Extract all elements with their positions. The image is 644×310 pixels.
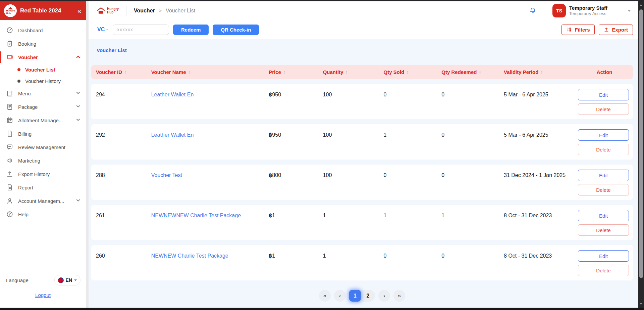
sidebar-item-label: Booking (18, 41, 36, 47)
sidebar-subitem-voucher-history[interactable]: Voucher History (0, 75, 86, 87)
sidebar-item-billing[interactable]: Billing (0, 127, 86, 140)
chevron-down-icon (76, 118, 80, 123)
sidebar-item-export-history[interactable]: Export History (0, 167, 86, 181)
sidebar-item-review-management[interactable]: Review Management (0, 140, 86, 154)
delete-button[interactable]: Delete (578, 265, 629, 276)
sidebar-item-menu[interactable]: Menu (0, 87, 86, 100)
cell-action: EditDelete (576, 89, 633, 115)
marketing-icon (6, 157, 13, 164)
column-header-validity-period[interactable]: Validity Period▲▼ (499, 69, 576, 75)
sidebar-item-allotment-manage[interactable]: Allotment Manage... (0, 114, 86, 127)
cell-name[interactable]: Leather Wallet En (147, 129, 264, 139)
edit-button[interactable]: Edit (578, 129, 629, 141)
sort-arrows-icon: ▲▼ (540, 71, 543, 74)
column-label: Voucher ID (96, 69, 122, 75)
toolbar-right: Filters Export (561, 25, 633, 35)
language-selector[interactable]: EN (54, 275, 80, 285)
app-root: HungryHub Red Table 2024 « DashboardBook… (0, 1, 638, 308)
first-page-button[interactable]: « (319, 290, 331, 302)
column-label: Price (269, 69, 281, 75)
sidebar-item-label: Help (18, 212, 29, 217)
cell-name[interactable]: Voucher Test (147, 170, 264, 179)
page-scrollbar[interactable] (638, 1, 644, 308)
filters-button[interactable]: Filters (561, 25, 595, 35)
edit-button[interactable]: Edit (578, 170, 629, 181)
column-header-voucher-name[interactable]: Voucher Name▲▼ (147, 69, 264, 75)
logout-link[interactable]: Logout (35, 292, 51, 298)
cell-validity: 8 Oct - 31 Dec 2023 (499, 250, 576, 260)
breadcrumb-voucher[interactable]: Voucher (134, 8, 155, 14)
column-label: Quantity (323, 69, 343, 75)
scrollbar-down-arrow-icon[interactable] (640, 303, 642, 305)
last-page-button[interactable]: » (393, 290, 405, 302)
hungryhub-logo-text: Hungry Hub (107, 7, 119, 14)
table-header-row: Voucher ID▲▼Voucher Name▲▼Price▲▼Quantit… (91, 65, 633, 79)
sidebar-item-voucher[interactable]: Voucher (0, 50, 86, 64)
sidebar-item-account-managem[interactable]: Account Managem... (0, 194, 86, 208)
content-area: Voucher List Voucher ID▲▼Voucher Name▲▼P… (89, 39, 638, 308)
sidebar-item-label: Voucher (18, 54, 38, 60)
edit-button[interactable]: Edit (578, 89, 629, 100)
sidebar-header: HungryHub Red Table 2024 « (0, 1, 86, 20)
main-area: Hungry Hub Voucher > Voucher List TS Tem… (89, 1, 638, 308)
edit-button[interactable]: Edit (578, 210, 629, 221)
voucher-table: Voucher ID▲▼Voucher Name▲▼Price▲▼Quantit… (91, 65, 633, 280)
chevron-down-icon (76, 198, 80, 204)
scrollbar-thumb[interactable] (639, 9, 643, 278)
column-header-voucher-id[interactable]: Voucher ID▲▼ (91, 69, 147, 75)
cell-id: 260 (91, 250, 147, 260)
column-header-quantity[interactable]: Quantity▲▼ (318, 69, 379, 75)
column-label: Action (597, 69, 612, 75)
column-header-price[interactable]: Price▲▼ (264, 69, 318, 75)
delete-button[interactable]: Delete (578, 184, 629, 195)
sort-arrows-icon: ▲▼ (345, 71, 348, 74)
column-label: Qty Sold (384, 69, 405, 75)
cell-name[interactable]: NEWNEWNEW Charlie Test Package (147, 210, 264, 219)
hungryhub-logo: HungryHub (4, 4, 17, 17)
sidebar-item-label: Review Management (18, 144, 65, 150)
delete-button[interactable]: Delete (578, 144, 629, 155)
qr-checkin-button[interactable]: QR Check-in (213, 25, 259, 35)
delete-button[interactable]: Delete (578, 224, 629, 236)
booking-icon (6, 40, 13, 47)
sidebar-item-booking[interactable]: Booking (0, 37, 86, 50)
sidebar-item-help[interactable]: Help (0, 208, 86, 221)
sidebar-item-report[interactable]: Report (0, 181, 86, 194)
cell-validity: 8 Oct - 31 Dec 2023 (499, 210, 576, 219)
column-label: Qty Redeemed (441, 69, 477, 75)
column-header-qty-redeemed[interactable]: Qty Redeemed▲▼ (437, 69, 499, 75)
scrollbar-up-arrow-icon[interactable] (640, 4, 642, 6)
sidebar-collapse-button[interactable]: « (77, 7, 81, 14)
cell-name[interactable]: NEWNEW Charlie Test Package (147, 250, 264, 260)
header-divider (126, 6, 126, 16)
sidebar-item-marketing[interactable]: Marketing (0, 154, 86, 167)
chevron-down-icon (74, 279, 77, 281)
page-button-1[interactable]: 1 (349, 290, 361, 302)
cell-qty-redeemed: 0 (437, 250, 499, 260)
cell-name[interactable]: Leather Wallet En (147, 89, 264, 98)
column-label: Validity Period (504, 69, 538, 75)
table-row: 292Leather Wallet En฿950100105 Mar - 6 A… (91, 124, 633, 160)
sidebar-item-label: Account Managem... (18, 198, 64, 204)
delete-button[interactable]: Delete (578, 103, 629, 115)
notifications-bell-icon[interactable] (529, 7, 537, 14)
export-button[interactable]: Export (599, 25, 633, 35)
redeem-button[interactable]: Redeem (173, 25, 209, 35)
sidebar-subitem-voucher-list[interactable]: Voucher List (0, 64, 86, 75)
account-icon (6, 197, 13, 205)
export-icon (604, 27, 609, 32)
sidebar-scroll-gutter[interactable] (86, 1, 89, 308)
previous-page-button[interactable]: ‹ (334, 290, 346, 302)
user-role: Temporarry Access (569, 11, 607, 16)
voucher-code-input[interactable] (113, 25, 169, 35)
sort-arrows-icon: ▲▼ (406, 71, 409, 74)
user-menu[interactable]: TS Temporary Staff Temporarry Access (545, 4, 633, 17)
edit-button[interactable]: Edit (578, 250, 629, 262)
cell-qty-redeemed: 0 (437, 129, 499, 139)
sidebar-item-package[interactable]: Package (0, 100, 86, 114)
sidebar-item-dashboard[interactable]: Dashboard (0, 24, 86, 37)
page-button-2[interactable]: 2 (361, 290, 375, 302)
cell-action: EditDelete (576, 210, 633, 236)
column-header-qty-sold[interactable]: Qty Sold▲▼ (379, 69, 437, 75)
next-page-button[interactable]: › (378, 290, 390, 302)
